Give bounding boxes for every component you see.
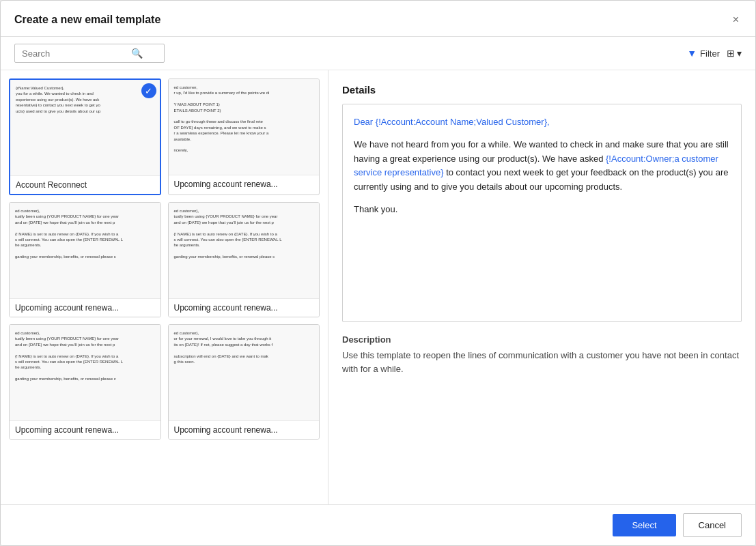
dialog-footer: Select Cancel <box>1 504 755 545</box>
thank-you-text: Thank you. <box>354 203 730 217</box>
filter-area: ▼ Filter ⊞ ▾ <box>687 48 742 59</box>
template-name: Upcoming account renewa... <box>10 420 160 439</box>
template-card-account-reconnect[interactable]: {rName:Valued Customer}, you for a while… <box>9 78 161 195</box>
template-card-upcoming-5[interactable]: ed customer}, or for your renewal, I wou… <box>168 324 320 440</box>
template-preview-text: ed customer}, or for your renewal, I wou… <box>174 330 314 364</box>
template-name: Account Reconnect <box>10 175 160 194</box>
filter-button[interactable]: ▼ Filter <box>687 48 720 59</box>
search-icon-button[interactable]: 🔍 <box>131 48 143 59</box>
template-name: Upcoming account renewa... <box>169 175 320 193</box>
template-preview: ed customer}, tually been using {YOUR PR… <box>10 325 160 420</box>
grid-view-button[interactable]: ⊞ ▾ <box>727 48 742 59</box>
close-button[interactable]: × <box>730 12 742 28</box>
greeting-placeholder: Dear {!Account:Account Name;Valued Custo… <box>354 117 550 127</box>
dialog-body: {rName:Valued Customer}, you for a while… <box>1 70 755 504</box>
toolbar: 🔍 ▼ Filter ⊞ ▾ <box>1 37 755 70</box>
template-preview: ed customer}, tually been using {YOUR PR… <box>10 203 160 298</box>
search-icon: 🔍 <box>131 48 143 59</box>
template-name: Upcoming account renewa... <box>169 420 320 439</box>
body-paragraph-1: We have not heard from you for a while. … <box>354 138 730 195</box>
template-preview-text: ed customer, r up, I'd like to provide a… <box>174 85 314 154</box>
template-name: Upcoming account renewa... <box>169 298 320 317</box>
template-card-upcoming-3[interactable]: ed customer}, tually been using {YOUR PR… <box>168 202 320 317</box>
grid-icon: ⊞ <box>727 48 735 59</box>
owner-placeholder: {!Account:Owner;a customer service repre… <box>354 154 718 178</box>
select-button[interactable]: Select <box>613 514 675 536</box>
search-input[interactable] <box>22 48 131 59</box>
filter-label: Filter <box>700 48 720 59</box>
template-preview: ed customer}, or for your renewal, I wou… <box>169 325 320 420</box>
description-text: Use this template to reopen the lines of… <box>342 349 742 375</box>
details-content-box: Dear {!Account:Account Name;Valued Custo… <box>342 104 742 322</box>
create-template-dialog: Create a new email template × 🔍 ▼ Filter… <box>0 0 756 546</box>
template-preview-text: ed customer}, tually been using {YOUR PR… <box>174 208 314 260</box>
template-preview-text: ed customer}, tually been using {YOUR PR… <box>15 208 155 260</box>
template-card-upcoming-4[interactable]: ed customer}, tually been using {YOUR PR… <box>9 324 161 440</box>
template-card-upcoming-2[interactable]: ed customer}, tually been using {YOUR PR… <box>9 202 161 317</box>
template-preview: ed customer, r up, I'd like to provide a… <box>169 79 320 175</box>
selected-checkmark: ✓ <box>141 83 156 98</box>
template-preview-text: {rName:Valued Customer}, you for a while… <box>16 85 154 114</box>
templates-grid: {rName:Valued Customer}, you for a while… <box>9 78 320 440</box>
dialog-header: Create a new email template × <box>1 1 755 37</box>
details-panel: Details Dear {!Account:Account Name;Valu… <box>328 70 755 504</box>
templates-panel: {rName:Valued Customer}, you for a while… <box>1 70 328 504</box>
search-box: 🔍 <box>14 44 165 63</box>
template-preview: ed customer}, tually been using {YOUR PR… <box>169 203 320 298</box>
description-label: Description <box>342 334 742 345</box>
dialog-title: Create a new email template <box>14 14 160 26</box>
template-name: Upcoming account renewa... <box>10 298 160 317</box>
template-preview: {rName:Valued Customer}, you for a while… <box>10 80 160 175</box>
chevron-down-icon: ▾ <box>737 48 742 59</box>
cancel-button[interactable]: Cancel <box>683 513 742 537</box>
details-title: Details <box>342 84 742 96</box>
filter-icon: ▼ <box>687 48 697 59</box>
template-card-upcoming-1[interactable]: ed customer, r up, I'd like to provide a… <box>168 78 320 195</box>
template-preview-text: ed customer}, tually been using {YOUR PR… <box>15 330 155 382</box>
